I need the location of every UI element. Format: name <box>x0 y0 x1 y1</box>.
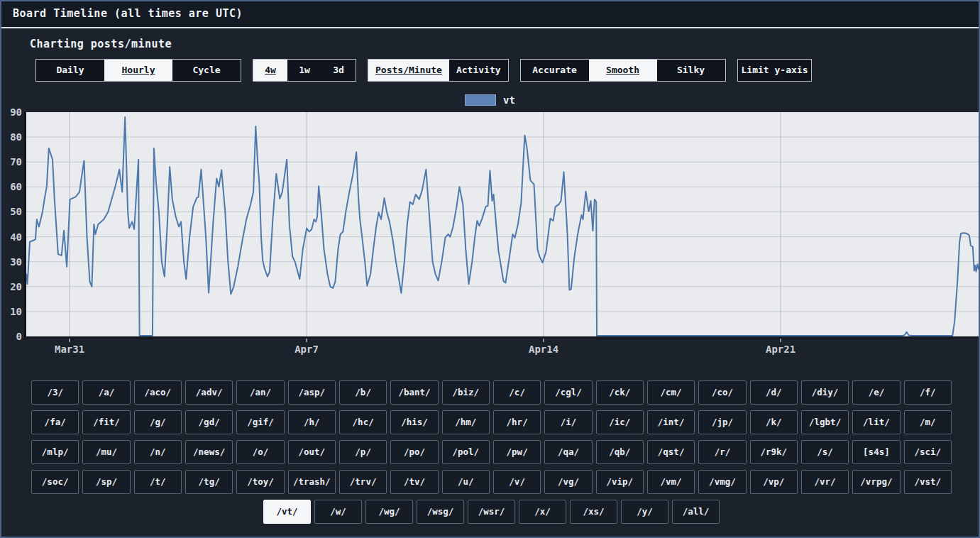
board-button-qst[interactable]: /qst/ <box>647 440 695 464</box>
board-button-out[interactable]: /out/ <box>288 440 336 464</box>
board-button-a[interactable]: /a/ <box>82 380 130 405</box>
board-button-cm[interactable]: /cm/ <box>647 380 695 405</box>
board-button-hr[interactable]: /hr/ <box>493 410 541 434</box>
board-button-b[interactable]: /b/ <box>339 380 387 405</box>
board-button-bant[interactable]: /bant/ <box>390 380 438 405</box>
board-button-vt[interactable]: /vt/ <box>263 500 311 524</box>
board-button-gif[interactable]: /gif/ <box>236 410 284 434</box>
board-button-fa[interactable]: /fa/ <box>31 410 79 434</box>
board-button-e[interactable]: /e/ <box>852 380 900 405</box>
board-button-qb[interactable]: /qb/ <box>596 440 644 464</box>
board-button-wsg[interactable]: /wsg/ <box>417 500 464 524</box>
board-button-vst[interactable]: /vst/ <box>904 470 952 494</box>
y-tick-label: 50 <box>1 206 22 217</box>
board-button-lit[interactable]: /lit/ <box>852 410 900 434</box>
board-button-ic[interactable]: /ic/ <box>596 410 644 434</box>
toolbar-button-1w[interactable]: 1w <box>287 60 321 81</box>
board-button-f[interactable]: /f/ <box>904 380 952 405</box>
board-button-jp[interactable]: /jp/ <box>698 410 746 434</box>
board-button-g[interactable]: /g/ <box>134 410 182 434</box>
board-button-vm[interactable]: /vm/ <box>647 470 695 494</box>
board-button-biz[interactable]: /biz/ <box>442 380 490 405</box>
board-button-tg[interactable]: /tg/ <box>185 470 233 494</box>
board-button-his[interactable]: /his/ <box>390 410 438 434</box>
board-button-d[interactable]: /d/ <box>750 380 798 405</box>
board-button-vip[interactable]: /vip/ <box>596 470 644 494</box>
board-button-hm[interactable]: /hm/ <box>442 410 490 434</box>
board-button-soc[interactable]: /soc/ <box>31 470 79 494</box>
board-button-vmg[interactable]: /vmg/ <box>698 470 746 494</box>
board-button-x[interactable]: /x/ <box>519 500 566 524</box>
board-button-r9k[interactable]: /r9k/ <box>750 440 798 464</box>
board-button-hc[interactable]: /hc/ <box>339 410 387 434</box>
board-button-y[interactable]: /y/ <box>621 500 668 524</box>
board-button-vp[interactable]: /vp/ <box>750 470 798 494</box>
board-button-xs[interactable]: /xs/ <box>570 500 617 524</box>
legend-label: vt <box>503 94 515 106</box>
board-button-lgbt[interactable]: /lgbt/ <box>801 410 849 434</box>
board-button-sci[interactable]: /sci/ <box>904 440 952 464</box>
toolbar-button-posts-minute[interactable]: Posts/Minute <box>368 60 449 81</box>
board-button-gd[interactable]: /gd/ <box>185 410 233 434</box>
board-button-u[interactable]: /u/ <box>442 470 490 494</box>
board-button-news[interactable]: /news/ <box>185 440 233 464</box>
toolbar-button-smooth[interactable]: Smooth <box>589 60 657 81</box>
board-button-an[interactable]: /an/ <box>236 380 284 405</box>
board-button-qa[interactable]: /qa/ <box>544 440 592 464</box>
board-button-k[interactable]: /k/ <box>750 410 798 434</box>
toolbar-button-activity[interactable]: Activity <box>449 60 508 81</box>
board-button-wg[interactable]: /wg/ <box>365 500 413 524</box>
toolbar-button-accurate[interactable]: Accurate <box>521 60 589 81</box>
board-button-vrpg[interactable]: /vrpg/ <box>852 470 900 494</box>
board-button-n[interactable]: /n/ <box>134 440 182 464</box>
board-button-vr[interactable]: /vr/ <box>801 470 849 494</box>
board-button-trv[interactable]: /trv/ <box>339 470 387 494</box>
board-button-c[interactable]: /c/ <box>493 380 541 405</box>
board-button-diy[interactable]: /diy/ <box>801 380 849 405</box>
toolbar-button-silky[interactable]: Silky <box>657 60 725 81</box>
board-button-ck[interactable]: /ck/ <box>596 380 644 405</box>
board-button-all[interactable]: /all/ <box>672 500 720 524</box>
toolbar-button-4w[interactable]: 4w <box>253 60 287 81</box>
board-row: /fa//fit//g//gd//gif//h//hc//his//hm//hr… <box>31 410 952 434</box>
board-button-mu[interactable]: /mu/ <box>82 440 130 464</box>
board-button-asp[interactable]: /asp/ <box>288 380 336 405</box>
toolbar-button-3d[interactable]: 3d <box>321 60 356 81</box>
board-button-i[interactable]: /i/ <box>544 410 592 434</box>
toolbar-button-daily[interactable]: Daily <box>36 60 104 81</box>
board-button-w[interactable]: /w/ <box>314 500 362 524</box>
board-button-po[interactable]: /po/ <box>390 440 438 464</box>
board-button-tv[interactable]: /tv/ <box>390 470 438 494</box>
board-button-h[interactable]: /h/ <box>288 410 336 434</box>
board-button-toy[interactable]: /toy/ <box>236 470 284 494</box>
board-button-aco[interactable]: /aco/ <box>134 380 182 405</box>
board-button-cgl[interactable]: /cgl/ <box>544 380 592 405</box>
board-button-co[interactable]: /co/ <box>698 380 746 405</box>
toolbar-button-cycle[interactable]: Cycle <box>172 60 241 81</box>
board-button-pol[interactable]: /pol/ <box>442 440 490 464</box>
chart-legend[interactable]: vt <box>1 94 979 106</box>
board-button-m[interactable]: /m/ <box>904 410 952 434</box>
board-button-mlp[interactable]: /mlp/ <box>31 440 79 464</box>
board-button-sp[interactable]: /sp/ <box>82 470 130 494</box>
board-button-v[interactable]: /v/ <box>493 470 541 494</box>
board-button-s4s[interactable]: [s4s] <box>852 440 900 464</box>
board-button-o[interactable]: /o/ <box>236 440 284 464</box>
toolbar-button-hourly[interactable]: Hourly <box>104 60 172 81</box>
board-button-wsr[interactable]: /wsr/ <box>468 500 515 524</box>
board-button-r[interactable]: /r/ <box>698 440 746 464</box>
board-button-fit[interactable]: /fit/ <box>82 410 130 434</box>
x-tick-label: Mar31 <box>55 344 84 355</box>
board-button-trash[interactable]: /trash/ <box>288 470 336 494</box>
board-button-t[interactable]: /t/ <box>134 470 182 494</box>
limit-y-axis-button[interactable]: Limit y-axis <box>737 59 813 82</box>
board-button-s[interactable]: /s/ <box>801 440 849 464</box>
board-button-pw[interactable]: /pw/ <box>493 440 541 464</box>
board-button-int[interactable]: /int/ <box>647 410 695 434</box>
x-tick-label: Apr7 <box>294 344 319 355</box>
board-button-vg[interactable]: /vg/ <box>544 470 592 494</box>
board-button-adv[interactable]: /adv/ <box>185 380 233 405</box>
board-button-3[interactable]: /3/ <box>31 380 79 405</box>
toolbar: DailyHourlyCycle4w1w3dPosts/MinuteActivi… <box>35 59 812 82</box>
board-button-p[interactable]: /p/ <box>339 440 387 464</box>
